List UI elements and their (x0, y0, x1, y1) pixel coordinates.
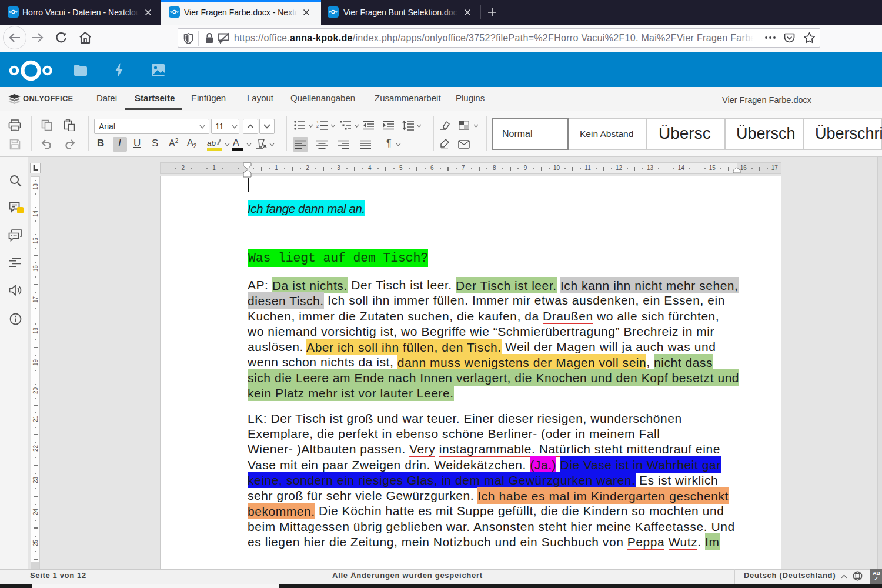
svg-text:2: 2 (316, 124, 319, 128)
